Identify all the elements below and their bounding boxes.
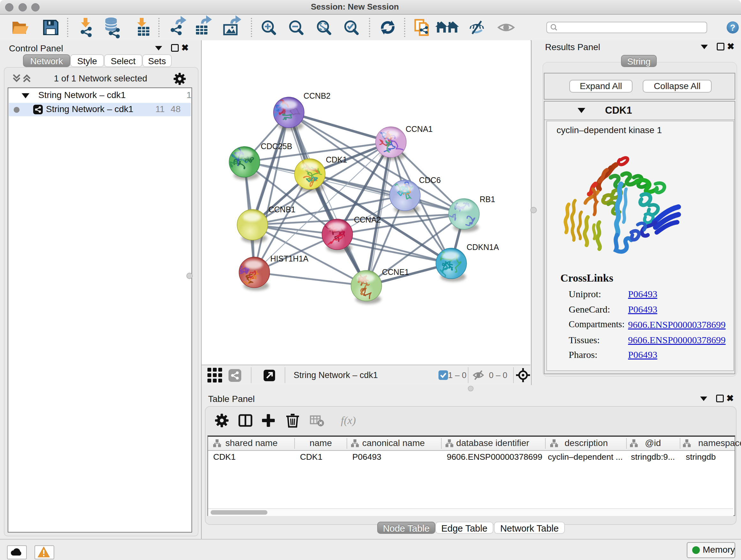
svg-text:CCNA2: CCNA2 (354, 215, 381, 224)
svg-text:RB1: RB1 (480, 195, 495, 204)
svg-text:f(x): f(x) (341, 415, 356, 427)
svg-text:CCNB2: CCNB2 (304, 91, 331, 100)
svg-text:HIST1H1A: HIST1H1A (270, 254, 309, 263)
svg-text:CDC6: CDC6 (419, 176, 441, 185)
svg-text:CCNB1: CCNB1 (268, 205, 295, 214)
svg-text:?: ? (730, 23, 736, 33)
svg-text:CDK1: CDK1 (326, 155, 347, 164)
svg-text:CCNA1: CCNA1 (406, 125, 433, 133)
svg-text:CDKN1A: CDKN1A (467, 243, 499, 252)
svg-text:CCNE1: CCNE1 (382, 267, 409, 276)
svg-text:CDC25B: CDC25B (261, 142, 292, 151)
